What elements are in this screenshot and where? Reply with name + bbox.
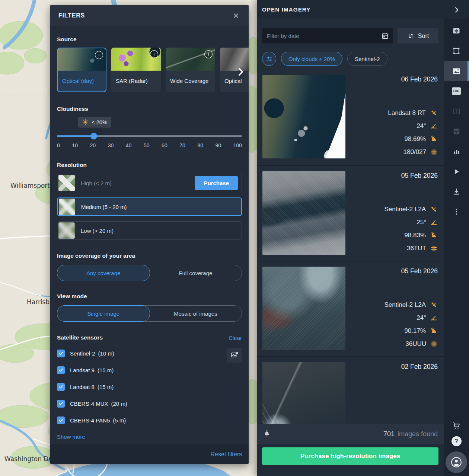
more-options-button[interactable] [444, 202, 469, 222]
slider-tick-label: 70 [179, 142, 185, 148]
imagery-result-card[interactable]: 05 Feb 2026 Sentinel-2 L2A24°90.17%36UUU [257, 261, 444, 356]
results-count: 701 [383, 430, 395, 438]
result-clouds-value: 90.17% [404, 327, 426, 335]
help-button[interactable]: ? [452, 436, 462, 446]
cloudiness-value-badge: ≤ 20% [78, 117, 111, 128]
sensor-resolution: (15 m) [98, 384, 114, 390]
cart-icon [452, 421, 461, 430]
date-filter-input[interactable] [262, 28, 393, 44]
imagery-results-button[interactable] [444, 61, 469, 81]
timelapse-button[interactable] [444, 161, 469, 181]
slider-tick-label: 60 [162, 142, 168, 148]
reset-filters-link[interactable]: Reset filters [211, 451, 242, 458]
sensors-heading: Satellite sensors [57, 334, 103, 341]
cart-button[interactable] [452, 421, 461, 430]
sensor-checkbox-row[interactable]: CBERS-4 PAN5 (5 m) [57, 416, 242, 425]
result-thumbnail[interactable] [262, 171, 345, 255]
sort-button[interactable]: Sort [398, 28, 438, 44]
band-combination-button[interactable] [227, 348, 242, 363]
filters-footer: Reset filters [50, 444, 249, 464]
slider-tick-label: 50 [144, 142, 150, 148]
info-icon[interactable] [150, 50, 158, 58]
sun-elevation-icon [430, 314, 438, 322]
view-mode-toggle: Single image Mosaic of images [57, 305, 242, 322]
sensor-filter-chip[interactable]: Sentinel-2 [347, 52, 387, 66]
filters-panel: FILTERS Source Optical (day) SAR (Radar)… [50, 5, 249, 464]
image-icon [452, 67, 461, 76]
sun-elevation-icon [430, 219, 438, 226]
sensor-checkbox-row[interactable]: Sentinel-2 (10 m) [57, 349, 242, 358]
hri-button[interactable]: HRI [444, 81, 469, 101]
coverage-toggle: Any coverage Full coverage [57, 265, 242, 281]
close-icon[interactable] [232, 11, 240, 20]
area-select-button[interactable] [444, 41, 469, 61]
imagery-result-card[interactable]: 06 Feb 2026 Landsat 8 RT24°98.69%180/027 [257, 70, 444, 165]
result-thumbnail[interactable] [262, 267, 345, 350]
checkbox-checked-icon[interactable] [57, 400, 65, 408]
view-mode-mosaic-option[interactable]: Mosaic of images [150, 306, 242, 321]
info-icon[interactable] [95, 51, 103, 59]
result-clouds: 98.83% [351, 229, 438, 242]
account-button[interactable] [446, 451, 467, 473]
info-icon[interactable] [204, 50, 213, 58]
checkbox-checked-icon[interactable] [57, 416, 65, 424]
result-clouds: 98.69% [351, 132, 438, 145]
filter-settings-chip[interactable] [262, 52, 276, 66]
split-compare-button[interactable] [444, 21, 469, 41]
sensor-resolution: (5 m) [113, 417, 126, 424]
collapse-panel-button[interactable] [444, 0, 469, 19]
resolution-option-medium[interactable]: Medium (5 - 20 m) [57, 197, 242, 216]
question-mark-icon: ? [454, 438, 458, 445]
sort-arrows-icon [407, 32, 415, 40]
slider-tick-label: 90 [215, 142, 221, 148]
sensor-name: CBERS-4 MUX [70, 401, 108, 407]
result-clouds: 90.17% [351, 324, 438, 337]
notification-bell-icon[interactable] [263, 430, 271, 438]
clear-sensors-link[interactable]: Clear [229, 335, 242, 341]
coverage-any-option[interactable]: Any coverage [57, 265, 150, 281]
compare-pages-icon [452, 107, 461, 116]
show-more-link[interactable]: Show more [57, 434, 242, 440]
clouds-filter-chip[interactable]: Only clouds ≤ 20% [281, 52, 342, 66]
result-date: 05 Feb 2026 [351, 172, 438, 180]
source-option-label: SAR (Radar) [111, 71, 161, 91]
tune-sliders-icon [265, 55, 273, 63]
view-mode-single-option[interactable]: Single image [57, 305, 150, 322]
sensor-checkbox-row[interactable]: Landsat 8 (15 m) [57, 382, 242, 391]
carousel-next-icon[interactable] [236, 66, 246, 77]
cloudiness-icon [430, 135, 438, 143]
slider-tick-label: 30 [108, 142, 114, 148]
result-tile-value: 36TUT [407, 245, 426, 252]
resolution-thumbnail [58, 222, 75, 239]
sensor-name: Landsat 8 [70, 384, 95, 390]
map-label-williamsport: Williamsport [10, 182, 50, 189]
cloudiness-slider[interactable] [57, 133, 242, 139]
slider-handle[interactable] [90, 133, 97, 139]
calendar-icon[interactable] [381, 32, 389, 40]
sensor-checkbox-row[interactable]: CBERS-4 MUX (20 m) [57, 399, 242, 408]
resolution-option-low[interactable]: Low (> 20 m) [57, 221, 242, 240]
source-option-thumbnail [111, 48, 161, 71]
purchase-high-res-button[interactable]: Purchase high-resolution images [262, 447, 438, 465]
kebab-menu-icon [452, 208, 461, 216]
source-option-card[interactable]: Wide Coverage [166, 48, 215, 92]
checkbox-checked-icon[interactable] [57, 350, 65, 357]
download-button[interactable] [444, 181, 469, 202]
checkbox-checked-icon[interactable] [57, 383, 65, 391]
coverage-full-option[interactable]: Full coverage [150, 265, 242, 281]
imagery-title: OPEN IMAGERY [262, 6, 311, 13]
imagery-footer: 701 images found Purchase high-resolutio… [257, 424, 444, 476]
sensor-checkbox-row[interactable]: Landsat 9 (15 m) [57, 366, 242, 374]
source-carousel: Optical (day) SAR (Radar) Wide Coverage … [57, 48, 249, 92]
imagery-result-card[interactable]: 05 Feb 2026 Sentinel-2 L2A25°98.83%36TUT [257, 165, 444, 261]
analytics-button[interactable] [444, 141, 469, 161]
result-thumbnail[interactable] [262, 75, 345, 158]
source-option-card[interactable]: Optical (day) [57, 48, 106, 92]
resolution-option-high[interactable]: High (< 2 m) Purchase [57, 174, 242, 192]
source-option-card[interactable]: SAR (Radar) [111, 48, 161, 92]
checkbox-checked-icon[interactable] [57, 366, 65, 374]
result-date: 02 Feb 2026 [351, 363, 438, 371]
satellite-icon [430, 109, 438, 117]
purchase-button[interactable]: Purchase [195, 176, 238, 190]
slider-fill [57, 135, 94, 137]
